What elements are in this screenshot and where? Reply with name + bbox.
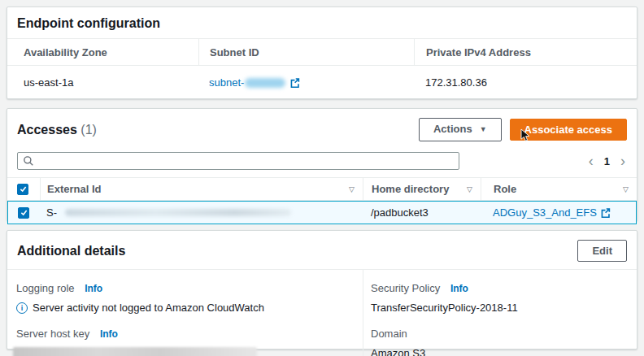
- search-icon: [23, 155, 34, 167]
- server-host-key-label: Server host key: [16, 328, 89, 340]
- domain-label: Domain: [371, 328, 407, 340]
- security-policy-label: Security Policy: [371, 282, 440, 294]
- info-circle-icon: i: [16, 302, 28, 314]
- accesses-title-text: Accesses: [17, 123, 77, 137]
- external-link-icon: [289, 77, 300, 88]
- redacted-subnet-id: [245, 78, 285, 88]
- check-icon: [20, 208, 28, 217]
- search-box[interactable]: [17, 152, 459, 170]
- private-ipv4-value: 172.31.80.36: [414, 66, 637, 100]
- pagination: ‹ 1 ›: [589, 154, 625, 168]
- details-left-column: Logging role Info i Server activity not …: [7, 270, 363, 356]
- details-content: Logging role Info i Server activity not …: [7, 270, 637, 356]
- security-policy-info-link[interactable]: Info: [450, 283, 468, 294]
- external-id-prefix: S-: [46, 206, 57, 219]
- logging-role-info-link[interactable]: Info: [85, 283, 102, 294]
- details-right-column: Security Policy Info TransferSecurityPol…: [363, 270, 637, 356]
- accesses-toolbar: ‹ 1 ›: [7, 152, 637, 170]
- accesses-table-header: External Id ▽ Home directory ▽ Role ▽: [7, 177, 637, 201]
- chevron-left-icon[interactable]: ‹: [589, 154, 594, 168]
- accesses-count: (1): [80, 123, 97, 137]
- table-row[interactable]: S- /padbucket3 ADGuy_S3_And_EFS: [7, 201, 637, 224]
- server-host-key-info-link[interactable]: Info: [100, 328, 118, 340]
- details-panel-title: Additional details: [17, 244, 125, 258]
- subnet-link[interactable]: subnet-: [209, 76, 300, 89]
- chevron-right-icon[interactable]: ›: [620, 154, 625, 168]
- edit-button[interactable]: Edit: [577, 240, 627, 262]
- sort-icon[interactable]: ▽: [467, 185, 472, 193]
- column-header-availability-zone: Availability Zone: [7, 39, 198, 66]
- check-icon: [19, 185, 28, 193]
- actions-button-label: Actions: [433, 123, 472, 135]
- availability-zone-value: us-east-1a: [7, 66, 198, 100]
- accesses-panel-header: Accesses (1) Actions▼ Associate access: [7, 109, 637, 149]
- column-header-role[interactable]: Role ▽: [481, 178, 637, 200]
- external-link-icon: [600, 207, 611, 218]
- search-input[interactable]: [38, 155, 454, 167]
- redacted-external-id: [65, 209, 291, 216]
- sort-icon[interactable]: ▽: [623, 185, 629, 193]
- logging-role-value: Server activity not logged to Amazon Clo…: [33, 302, 264, 314]
- column-header-external-id[interactable]: External Id ▽: [40, 178, 363, 200]
- endpoint-panel-header: Endpoint configuration: [7, 7, 637, 39]
- endpoint-configuration-panel: Endpoint configuration Availability Zone…: [7, 7, 637, 99]
- row-checkbox[interactable]: [18, 207, 29, 219]
- endpoint-table: Availability Zone Subnet ID Private IPv4…: [7, 39, 637, 100]
- security-policy-value: TransferSecurityPolicy-2018-11: [371, 302, 629, 314]
- column-header-subnet-id: Subnet ID: [198, 39, 414, 66]
- domain-value: Amazon S3: [371, 347, 629, 356]
- page-number[interactable]: 1: [604, 155, 610, 167]
- sort-icon[interactable]: ▽: [349, 185, 355, 193]
- associate-access-button[interactable]: Associate access: [510, 119, 627, 141]
- details-panel-header: Additional details Edit: [7, 231, 637, 270]
- endpoint-panel-title: Endpoint configuration: [17, 16, 160, 31]
- role-link[interactable]: ADGuy_S3_And_EFS: [493, 206, 611, 219]
- column-header-home-directory[interactable]: Home directory ▽: [363, 178, 481, 200]
- accesses-table: External Id ▽ Home directory ▽ Role ▽ S-: [7, 177, 637, 224]
- select-all-checkbox[interactable]: [17, 184, 28, 195]
- caret-down-icon: ▼: [480, 124, 487, 136]
- redacted-server-host-key: [13, 347, 257, 356]
- additional-details-panel: Additional details Edit Logging role Inf…: [7, 230, 637, 349]
- home-directory-value: /padbucket3: [363, 206, 481, 219]
- accesses-panel-title: Accesses (1): [17, 123, 97, 137]
- actions-button[interactable]: Actions▼: [419, 118, 502, 141]
- subnet-link-prefix: subnet-: [209, 76, 244, 89]
- logging-role-label: Logging role: [16, 282, 75, 294]
- accesses-panel: Accesses (1) Actions▼ Associate access ‹…: [7, 108, 637, 221]
- column-header-private-ipv4: Private IPv4 Address: [414, 39, 637, 66]
